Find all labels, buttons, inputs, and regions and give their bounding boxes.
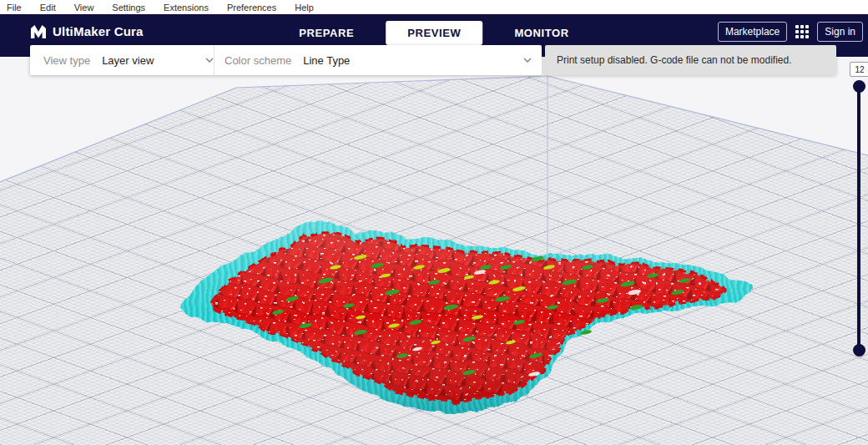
gcode-scene bbox=[0, 57, 868, 445]
tab-prepare[interactable]: PREPARE bbox=[287, 21, 366, 45]
menu-edit[interactable]: Edit bbox=[31, 3, 65, 13]
sign-in-button[interactable]: Sign in bbox=[817, 22, 863, 42]
tab-preview[interactable]: PREVIEW bbox=[386, 21, 482, 45]
layer-slider-top-handle[interactable] bbox=[853, 80, 865, 93]
grid-dots-icon[interactable] bbox=[795, 25, 809, 38]
build-volume-edges bbox=[0, 76, 868, 257]
app-logo: UltiMaker Cura bbox=[30, 24, 144, 38]
menu-preferences[interactable]: Preferences bbox=[218, 3, 285, 13]
color-scheme-label: Color scheme bbox=[225, 54, 291, 67]
ultimaker-logo-icon bbox=[30, 24, 47, 38]
cura-window: File Edit View Settings Extensions Prefe… bbox=[0, 0, 868, 445]
app-title: UltiMaker Cura bbox=[53, 24, 144, 38]
view-type-dropdown[interactable]: View type Layer view bbox=[30, 45, 214, 75]
menu-view[interactable]: View bbox=[65, 3, 103, 13]
layer-number-badge: 12 bbox=[850, 62, 868, 77]
menu-settings[interactable]: Settings bbox=[103, 3, 154, 13]
chevron-down-icon bbox=[205, 58, 214, 63]
3d-viewport[interactable] bbox=[0, 57, 868, 445]
menu-bar: File Edit View Settings Extensions Prefe… bbox=[0, 0, 868, 14]
chevron-down-icon bbox=[523, 58, 532, 63]
menu-extensions[interactable]: Extensions bbox=[154, 3, 218, 13]
view-toolbar: View type Layer view Color scheme Line T… bbox=[30, 45, 836, 75]
model-infill-red bbox=[214, 233, 724, 401]
color-scheme-dropdown[interactable]: Color scheme Line Type bbox=[214, 45, 542, 75]
gcode-model bbox=[179, 221, 753, 412]
menu-help[interactable]: Help bbox=[285, 3, 323, 13]
stage-tabs: PREPARE PREVIEW MONITOR bbox=[287, 21, 581, 45]
menu-file[interactable]: File bbox=[0, 3, 31, 13]
layer-slider-bottom-handle[interactable] bbox=[853, 344, 865, 357]
header-actions: Marketplace Sign in bbox=[718, 22, 863, 42]
view-type-value: Layer view bbox=[102, 54, 154, 67]
layer-slider-track[interactable] bbox=[857, 86, 860, 350]
marketplace-button[interactable]: Marketplace bbox=[718, 22, 787, 42]
view-type-label: View type bbox=[43, 54, 90, 67]
tab-monitor[interactable]: MONITOR bbox=[502, 21, 580, 45]
print-setup-disabled-notice: Print setup disabled. G-code file can no… bbox=[545, 45, 836, 75]
color-scheme-value: Line Type bbox=[303, 54, 350, 67]
